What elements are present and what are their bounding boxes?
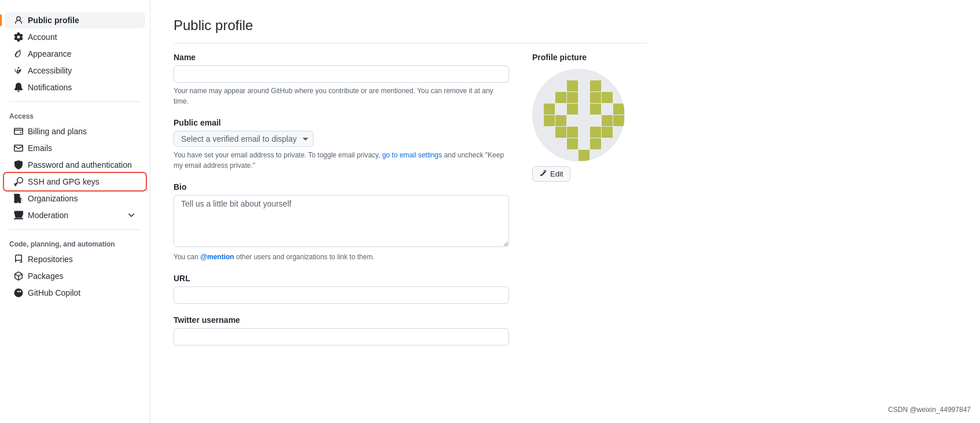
sidebar-item-label: GitHub Copilot [28, 288, 80, 297]
divider-1 [9, 101, 141, 102]
sidebar-item-label: Moderation [28, 211, 68, 220]
sidebar-item-label: Packages [28, 271, 63, 281]
key-icon [14, 177, 23, 186]
sidebar-item-label: Account [28, 32, 57, 42]
credit-card-icon [14, 127, 23, 136]
bio-group: Bio You can @mention other users and org… [174, 182, 509, 262]
url-group: URL [174, 274, 509, 304]
chevron-down-icon [127, 211, 136, 220]
sidebar-item-ssh-gpg[interactable]: SSH and GPG keys [5, 174, 145, 190]
twitter-group: Twitter username [174, 315, 509, 345]
profile-picture-section: Profile picture Edit [532, 53, 648, 357]
form-section: Name Your name may appear around GitHub … [174, 53, 509, 357]
repo-icon [14, 255, 23, 264]
bio-label: Bio [174, 182, 509, 192]
sidebar-item-public-profile[interactable]: Public profile [5, 12, 145, 28]
email-settings-link[interactable]: go to email settings [382, 151, 442, 159]
sidebar-item-repositories[interactable]: Repositories [5, 251, 145, 267]
edit-profile-picture-button[interactable]: Edit [532, 166, 570, 182]
sidebar-item-billing[interactable]: Billing and plans [5, 123, 145, 139]
sidebar-item-label: Appearance [28, 49, 72, 58]
sidebar: Public profile Account Appearance [0, 0, 150, 423]
edit-label: Edit [550, 170, 563, 178]
profile-picture-label: Profile picture [532, 53, 648, 62]
accessibility-icon [14, 66, 23, 75]
email-label: Public email [174, 118, 509, 127]
sidebar-item-account[interactable]: Account [5, 29, 145, 45]
paintbrush-icon [14, 49, 23, 58]
watermark: CSDN @weixin_44997847 [888, 406, 971, 414]
gear-icon [14, 32, 23, 42]
name-group: Name Your name may appear around GitHub … [174, 53, 509, 106]
sidebar-item-moderation[interactable]: Moderation [5, 207, 145, 223]
email-group: Public email Select a verified email to … [174, 118, 509, 171]
sidebar-item-accessibility[interactable]: Accessibility [5, 62, 145, 79]
sidebar-item-label: Notifications [28, 83, 72, 92]
sidebar-item-packages[interactable]: Packages [5, 268, 145, 284]
sidebar-item-emails[interactable]: Emails [5, 140, 145, 156]
sidebar-item-appearance[interactable]: Appearance [5, 46, 145, 62]
page-title: Public profile [174, 17, 648, 43]
access-section-label: Access [0, 108, 150, 123]
divider-2 [9, 229, 141, 230]
sidebar-item-label: Emails [28, 144, 52, 153]
sidebar-item-label: Billing and plans [28, 127, 87, 136]
package-icon [14, 271, 23, 281]
pencil-icon [540, 170, 547, 178]
name-label: Name [174, 53, 509, 62]
url-label: URL [174, 274, 509, 283]
moderation-icon [14, 211, 23, 220]
name-input[interactable] [174, 65, 509, 83]
org-icon [14, 194, 23, 203]
copilot-icon [14, 288, 23, 297]
sidebar-item-label: Organizations [28, 194, 78, 203]
sidebar-item-notifications[interactable]: Notifications [5, 79, 145, 95]
sidebar-item-organizations[interactable]: Organizations [5, 190, 145, 207]
sidebar-item-label: Repositories [28, 255, 73, 264]
sidebar-item-password[interactable]: Password and authentication [5, 157, 145, 173]
url-input[interactable] [174, 286, 509, 304]
sidebar-item-label: Accessibility [28, 66, 72, 75]
main-content: Public profile Name Your name may appear… [150, 0, 671, 423]
avatar-container: Edit [532, 69, 625, 182]
mail-icon [14, 144, 23, 153]
name-hint: Your name may appear around GitHub where… [174, 86, 509, 106]
avatar-circle [532, 69, 625, 161]
sidebar-item-label: SSH and GPG keys [28, 177, 100, 186]
avatar-canvas [532, 69, 625, 161]
content-grid: Name Your name may appear around GitHub … [174, 53, 648, 357]
bell-icon [14, 83, 23, 92]
sidebar-item-label: Password and authentication [28, 160, 132, 170]
mention-link[interactable]: @mention [200, 253, 234, 261]
email-select[interactable]: Select a verified email to display [174, 131, 314, 147]
email-hint: You have set your email address to priva… [174, 150, 509, 171]
twitter-label: Twitter username [174, 315, 509, 325]
bio-hint: You can @mention other users and organiz… [174, 252, 509, 262]
sidebar-item-copilot[interactable]: GitHub Copilot [5, 285, 145, 301]
bio-textarea[interactable] [174, 195, 509, 247]
shield-icon [14, 160, 23, 170]
code-section-label: Code, planning, and automation [0, 236, 150, 251]
sidebar-item-label: Public profile [28, 16, 79, 25]
person-icon [14, 16, 23, 25]
twitter-input[interactable] [174, 328, 509, 345]
